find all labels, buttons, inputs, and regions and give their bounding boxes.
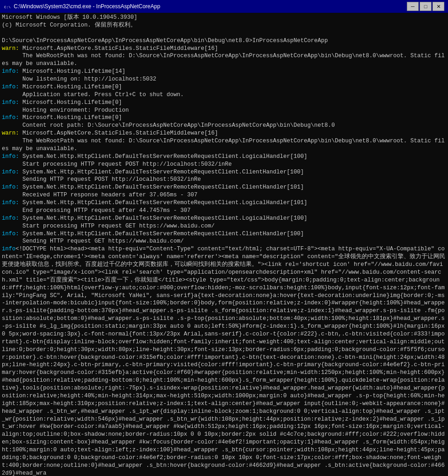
console-line: warn: Microsoft.AspNetCore.StaticFiles.S… [2, 130, 446, 137]
console-line: info: System.Net.Http.HttpClient.Default… [2, 230, 446, 238]
console-line: The WebRootPath was not found: D:\Source… [2, 52, 446, 68]
console-line: info: Microsoft.Hosting.Lifetime[0] [2, 114, 446, 122]
console-line: Start processing HTTP request POST http:… [2, 161, 446, 168]
console-line: warn: Microsoft.AspNetCore.StaticFiles.S… [2, 45, 446, 53]
console-line: Sending HTTP request POST http://localho… [2, 176, 446, 184]
console-line [2, 29, 446, 37]
cmd-icon: C:\ [4, 3, 11, 10]
console-line: info: System.Net.Http.HttpClient.Default… [2, 184, 446, 191]
console-line: The WebRootPath was not found: D:\Source… [2, 137, 446, 153]
svg-text:C:\: C:\ [4, 5, 11, 9]
console-line: Sending HTTP request GET https://www.bai… [2, 238, 446, 245]
console-line: info: System.Net.Http.HttpClient.Default… [2, 199, 446, 207]
console-line: info: System.Net.Http.HttpClient.Default… [2, 168, 446, 176]
console-line: info<!DOCTYPE html><head><meta http-equi… [2, 245, 446, 476]
console-line: Hosting environment: Production [2, 107, 446, 114]
title-bar-text: C:\Windows\System32\cmd.exe - InProcessA… [14, 3, 407, 10]
minimize-button[interactable]: ─ [407, 2, 419, 11]
console-line: D:\Source\InProcessAspNetCoreApp\InProce… [2, 37, 446, 45]
console-line: info: Microsoft.Hosting.Lifetime[0] [2, 99, 446, 107]
console-line: (c) Microsoft Corporation. 保留所有权利。 [2, 22, 446, 29]
console-line: info: Microsoft.Hosting.Lifetime[0] [2, 83, 446, 91]
console-line: Application started. Press Ctrl+C to shu… [2, 91, 446, 99]
console-line: Start processing HTTP request GET https:… [2, 222, 446, 230]
close-button[interactable]: ✕ [432, 2, 444, 11]
title-bar-controls: ─ □ ✕ [407, 2, 444, 11]
console-line: Received HTTP response headers after 37.… [2, 191, 446, 199]
console-line: End processing HTTP request after 44.745… [2, 207, 446, 215]
console-line: info: Microsoft.Hosting.Lifetime[14] [2, 68, 446, 76]
console-line: Microsoft Windows [版本 10.0.19045.3930] [2, 14, 446, 22]
restore-button[interactable]: □ [420, 2, 432, 11]
console-line: Content root path: D:\Source\InProcessAs… [2, 122, 446, 130]
console-output: Microsoft Windows [版本 10.0.19045.3930](c… [0, 13, 448, 476]
console-line: info: System.Net.Http.HttpClient.Default… [2, 153, 446, 161]
console-line: info: System.Net.Http.HttpClient.Default… [2, 215, 446, 222]
console-line: Now listening on: http://localhost:5032 [2, 76, 446, 83]
title-bar: C:\ C:\Windows\System32\cmd.exe - InProc… [0, 0, 448, 13]
cmd-window: C:\ C:\Windows\System32\cmd.exe - InProc… [0, 0, 448, 476]
